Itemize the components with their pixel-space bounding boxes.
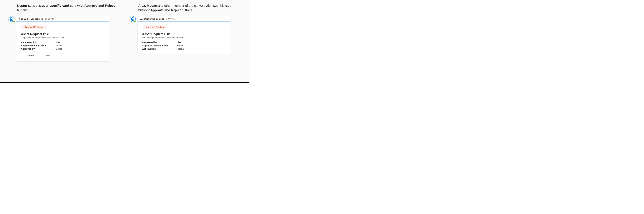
- field-label: Approved by: [21, 48, 56, 50]
- reject-button[interactable]: Reject: [40, 53, 55, 58]
- field-value: Nestor: [56, 44, 62, 47]
- right-column: Alex, Megan and other member of the conv…: [130, 3, 241, 62]
- field-approved-by: Approved by Megan: [142, 48, 226, 50]
- field-label: Approved by: [142, 48, 177, 50]
- status-badge: Approval Pending: [142, 25, 168, 29]
- card-header: Alex Wilber via Contoso 10:00 AM: [16, 16, 109, 21]
- field-label: Requested by: [21, 41, 56, 44]
- field-label: Requested by: [142, 41, 177, 44]
- field-value: Nestor: [177, 44, 184, 47]
- comparison-frame: Nestor sees this user specific card card…: [0, 0, 249, 83]
- app-avatar: [130, 16, 136, 22]
- timestamp: 10:00 AM: [166, 18, 175, 20]
- left-column: Nestor sees this user specific card card…: [8, 3, 120, 62]
- field-value: Alex: [177, 41, 181, 44]
- card-subtitle: Requesting an ergonomic office chair for…: [142, 36, 226, 39]
- status-badge: Approval Pending: [21, 25, 46, 29]
- card-body: Approval Pending Asset Request B12 Reque…: [16, 22, 109, 61]
- card-body: Approval Pending Asset Request B12 Reque…: [138, 22, 230, 54]
- field-approval-pending-from: Approval Pending From Nestor: [142, 44, 226, 47]
- field-approved-by: Approved by Megan: [21, 48, 104, 50]
- field-label: Approval Pending From: [142, 44, 177, 47]
- card-title: Asset Request B12: [142, 32, 226, 36]
- left-caption: Nestor sees this user specific card card…: [17, 3, 120, 12]
- app-avatar: [8, 16, 15, 22]
- columns-container: Nestor sees this user specific card card…: [0, 0, 249, 62]
- presence-available-icon: [13, 20, 15, 23]
- card-header: Alex Wilber via Contoso 10:00 AM: [138, 16, 230, 21]
- field-requested-by: Requested by Alex: [21, 41, 104, 44]
- sender-name: Alex Wilber via Contoso: [19, 18, 43, 20]
- field-approval-pending-from: Approval Pending From Nestor: [21, 44, 104, 47]
- card-title: Asset Request B12: [21, 32, 104, 36]
- sender-name: Alex Wilber via Contoso: [140, 18, 164, 20]
- card-row: Alex Wilber via Contoso 10:00 AM Approva…: [130, 15, 241, 54]
- field-value: Megan: [56, 48, 62, 50]
- right-caption: Alex, Megan and other member of the conv…: [138, 3, 241, 12]
- card-subtitle: Requesting an ergonomic office chair for…: [21, 36, 104, 39]
- timestamp: 10:00 AM: [45, 18, 54, 20]
- field-requested-by: Requested by Alex: [142, 41, 226, 44]
- presence-available-icon: [134, 20, 136, 23]
- adaptive-card-without-actions: Alex Wilber via Contoso 10:00 AM Approva…: [138, 15, 230, 54]
- approve-button[interactable]: Approve: [21, 53, 38, 58]
- field-value: Alex: [56, 41, 60, 44]
- adaptive-card-with-actions: Alex Wilber via Contoso 10:00 AM Approva…: [16, 15, 109, 62]
- field-label: Approval Pending From: [21, 44, 56, 47]
- card-row: Alex Wilber via Contoso 10:00 AM Approva…: [8, 15, 120, 62]
- action-buttons: Approve Reject: [21, 53, 104, 58]
- field-value: Megan: [177, 48, 184, 50]
